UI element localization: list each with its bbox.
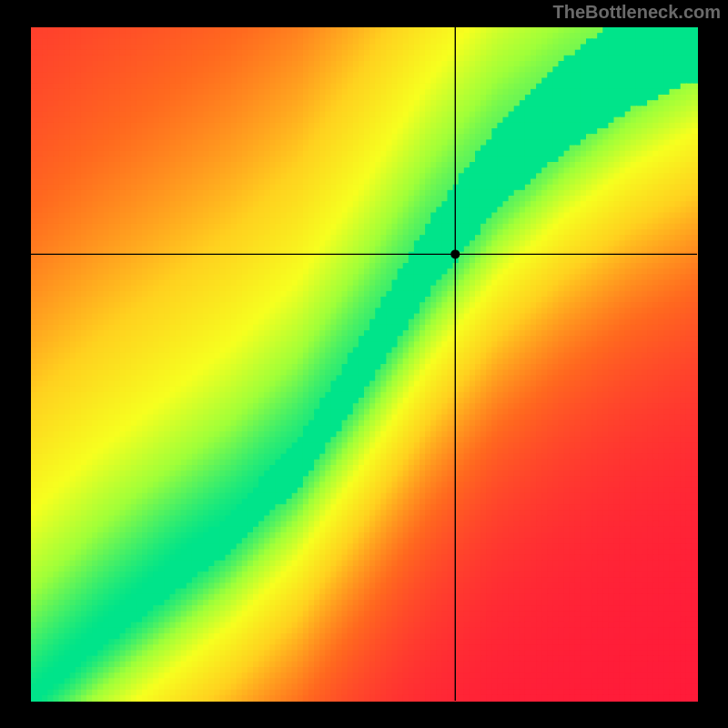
chart-stage: TheBottleneck.com (0, 0, 728, 728)
crosshair-overlay (0, 0, 728, 728)
watermark-text: TheBottleneck.com (553, 2, 721, 23)
